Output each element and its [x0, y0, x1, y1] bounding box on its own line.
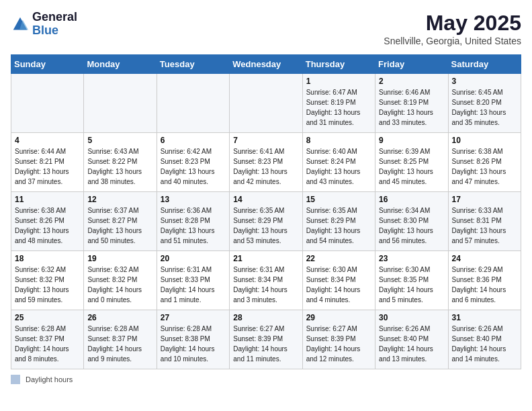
cell-info: Sunrise: 6:39 AM Sunset: 8:25 PM Dayligh…: [379, 146, 444, 187]
cell-info: Sunrise: 6:36 AM Sunset: 8:28 PM Dayligh…: [161, 205, 226, 246]
day-number: 1: [306, 77, 371, 86]
calendar-cell: 31Sunrise: 6:26 AM Sunset: 8:40 PM Dayli…: [448, 310, 521, 369]
cell-info: Sunrise: 6:47 AM Sunset: 8:19 PM Dayligh…: [306, 87, 371, 128]
day-number: 5: [87, 136, 152, 145]
cell-info: Sunrise: 6:26 AM Sunset: 8:40 PM Dayligh…: [379, 324, 444, 364]
day-number: 9: [379, 136, 444, 145]
day-number: 16: [379, 195, 444, 204]
calendar-week-row: 1Sunrise: 6:47 AM Sunset: 8:19 PM Daylig…: [11, 74, 521, 133]
day-number: 12: [87, 195, 152, 204]
cell-info: Sunrise: 6:42 AM Sunset: 8:23 PM Dayligh…: [161, 146, 226, 187]
calendar-cell: 30Sunrise: 6:26 AM Sunset: 8:40 PM Dayli…: [375, 310, 448, 369]
day-number: 17: [452, 195, 517, 204]
calendar-cell: 7Sunrise: 6:41 AM Sunset: 8:23 PM Daylig…: [230, 133, 302, 192]
calendar-week-row: 4Sunrise: 6:44 AM Sunset: 8:21 PM Daylig…: [11, 133, 521, 192]
day-number: 14: [233, 195, 298, 204]
calendar-cell: 5Sunrise: 6:43 AM Sunset: 8:22 PM Daylig…: [84, 133, 157, 192]
cell-info: Sunrise: 6:33 AM Sunset: 8:31 PM Dayligh…: [452, 205, 517, 246]
day-header-sunday: Sunday: [11, 55, 84, 74]
cell-info: Sunrise: 6:41 AM Sunset: 8:23 PM Dayligh…: [233, 146, 298, 187]
calendar-cell: 3Sunrise: 6:45 AM Sunset: 8:20 PM Daylig…: [448, 74, 521, 133]
calendar-cell: 20Sunrise: 6:31 AM Sunset: 8:33 PM Dayli…: [157, 251, 229, 310]
calendar-cell: 12Sunrise: 6:37 AM Sunset: 8:27 PM Dayli…: [84, 192, 157, 251]
month-title: May 2025: [384, 11, 521, 36]
day-header-monday: Monday: [84, 55, 157, 74]
cell-info: Sunrise: 6:28 AM Sunset: 8:37 PM Dayligh…: [15, 324, 80, 364]
day-number: 22: [306, 254, 371, 263]
calendar-cell: 21Sunrise: 6:31 AM Sunset: 8:34 PM Dayli…: [230, 251, 302, 310]
calendar-cell: 16Sunrise: 6:34 AM Sunset: 8:30 PM Dayli…: [375, 192, 448, 251]
legend-box: [11, 375, 20, 384]
calendar-cell: 13Sunrise: 6:36 AM Sunset: 8:28 PM Dayli…: [157, 192, 229, 251]
calendar-cell: 18Sunrise: 6:32 AM Sunset: 8:32 PM Dayli…: [11, 251, 84, 310]
day-header-tuesday: Tuesday: [157, 55, 229, 74]
calendar-cell: 26Sunrise: 6:28 AM Sunset: 8:37 PM Dayli…: [84, 310, 157, 369]
calendar-week-row: 25Sunrise: 6:28 AM Sunset: 8:37 PM Dayli…: [11, 310, 521, 369]
calendar-cell: [11, 74, 84, 133]
cell-info: Sunrise: 6:31 AM Sunset: 8:33 PM Dayligh…: [161, 265, 226, 305]
day-number: 29: [306, 313, 371, 322]
calendar-cell: [157, 74, 229, 133]
day-number: 20: [161, 254, 226, 263]
calendar-cell: 2Sunrise: 6:46 AM Sunset: 8:19 PM Daylig…: [375, 74, 448, 133]
cell-info: Sunrise: 6:28 AM Sunset: 8:38 PM Dayligh…: [161, 324, 226, 364]
day-header-saturday: Saturday: [448, 55, 521, 74]
calendar-cell: 25Sunrise: 6:28 AM Sunset: 8:37 PM Dayli…: [11, 310, 84, 369]
cell-info: Sunrise: 6:46 AM Sunset: 8:19 PM Dayligh…: [379, 87, 444, 128]
calendar-cell: 24Sunrise: 6:29 AM Sunset: 8:36 PM Dayli…: [448, 251, 521, 310]
calendar-cell: 17Sunrise: 6:33 AM Sunset: 8:31 PM Dayli…: [448, 192, 521, 251]
day-number: 28: [233, 313, 298, 322]
day-number: 25: [15, 313, 80, 322]
calendar-cell: 15Sunrise: 6:35 AM Sunset: 8:29 PM Dayli…: [302, 192, 375, 251]
calendar-cell: [84, 74, 157, 133]
day-number: 19: [87, 254, 152, 263]
day-number: 27: [161, 313, 226, 322]
calendar-cell: 11Sunrise: 6:38 AM Sunset: 8:26 PM Dayli…: [11, 192, 84, 251]
logo-icon: [11, 15, 30, 34]
calendar-cell: 27Sunrise: 6:28 AM Sunset: 8:38 PM Dayli…: [157, 310, 229, 369]
calendar-cell: 23Sunrise: 6:30 AM Sunset: 8:35 PM Dayli…: [375, 251, 448, 310]
cell-info: Sunrise: 6:43 AM Sunset: 8:22 PM Dayligh…: [87, 146, 152, 187]
cell-info: Sunrise: 6:38 AM Sunset: 8:26 PM Dayligh…: [452, 146, 517, 187]
day-number: 8: [306, 136, 371, 145]
cell-info: Sunrise: 6:34 AM Sunset: 8:30 PM Dayligh…: [379, 205, 444, 246]
day-number: 6: [161, 136, 226, 145]
calendar-cell: 9Sunrise: 6:39 AM Sunset: 8:25 PM Daylig…: [375, 133, 448, 192]
calendar-cell: 6Sunrise: 6:42 AM Sunset: 8:23 PM Daylig…: [157, 133, 229, 192]
location-text: Snellville, Georgia, United States: [384, 36, 521, 46]
day-number: 26: [87, 313, 152, 322]
day-number: 15: [306, 195, 371, 204]
day-number: 3: [452, 77, 517, 86]
cell-info: Sunrise: 6:30 AM Sunset: 8:35 PM Dayligh…: [379, 265, 444, 305]
cell-info: Sunrise: 6:35 AM Sunset: 8:29 PM Dayligh…: [233, 205, 298, 246]
day-number: 10: [452, 136, 517, 145]
day-number: 31: [452, 313, 517, 322]
calendar-cell: [230, 74, 302, 133]
page-header: General Blue May 2025 Snellville, Georgi…: [11, 11, 521, 46]
logo: General Blue: [11, 11, 77, 38]
title-area: May 2025 Snellville, Georgia, United Sta…: [384, 11, 521, 46]
cell-info: Sunrise: 6:35 AM Sunset: 8:29 PM Dayligh…: [306, 205, 371, 246]
calendar-cell: 14Sunrise: 6:35 AM Sunset: 8:29 PM Dayli…: [230, 192, 302, 251]
day-number: 24: [452, 254, 517, 263]
calendar-week-row: 18Sunrise: 6:32 AM Sunset: 8:32 PM Dayli…: [11, 251, 521, 310]
calendar-header-row: SundayMondayTuesdayWednesdayThursdayFrid…: [11, 55, 521, 74]
calendar-cell: 8Sunrise: 6:40 AM Sunset: 8:24 PM Daylig…: [302, 133, 375, 192]
day-number: 2: [379, 77, 444, 86]
cell-info: Sunrise: 6:37 AM Sunset: 8:27 PM Dayligh…: [87, 205, 152, 246]
day-number: 13: [161, 195, 226, 204]
logo-text: General Blue: [32, 11, 77, 38]
day-header-wednesday: Wednesday: [230, 55, 302, 74]
cell-info: Sunrise: 6:30 AM Sunset: 8:34 PM Dayligh…: [306, 265, 371, 305]
day-number: 11: [15, 195, 80, 204]
day-header-friday: Friday: [375, 55, 448, 74]
cell-info: Sunrise: 6:45 AM Sunset: 8:20 PM Dayligh…: [452, 87, 517, 128]
logo-blue-text: Blue: [32, 24, 77, 38]
calendar-table: SundayMondayTuesdayWednesdayThursdayFrid…: [11, 54, 521, 369]
cell-info: Sunrise: 6:27 AM Sunset: 8:39 PM Dayligh…: [233, 324, 298, 364]
day-number: 18: [15, 254, 80, 263]
cell-info: Sunrise: 6:28 AM Sunset: 8:37 PM Dayligh…: [87, 324, 152, 364]
day-number: 4: [15, 136, 80, 145]
calendar-cell: 1Sunrise: 6:47 AM Sunset: 8:19 PM Daylig…: [302, 74, 375, 133]
calendar-week-row: 11Sunrise: 6:38 AM Sunset: 8:26 PM Dayli…: [11, 192, 521, 251]
